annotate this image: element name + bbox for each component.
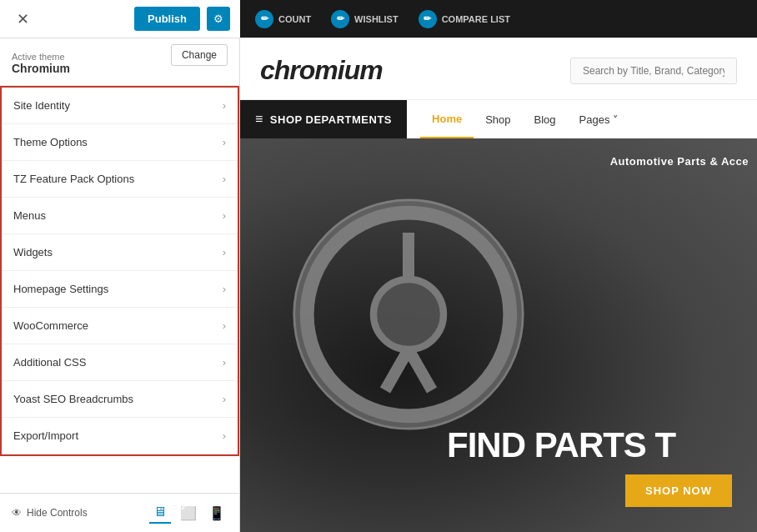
site-logo: chromium (260, 55, 383, 86)
gear-button[interactable]: ⚙ (207, 7, 230, 31)
svg-point-1 (373, 279, 444, 349)
site-search-input[interactable] (570, 58, 737, 84)
tab-wishlist-label: WISHLIST (354, 14, 399, 24)
active-theme-name: Chromium (12, 62, 70, 75)
device-icons: 🖥 ⬜ 📱 (149, 502, 228, 524)
site-header: chromium (240, 38, 757, 99)
nav-link-home[interactable]: Home (420, 101, 474, 138)
svg-line-3 (385, 349, 409, 390)
top-bar-right: ✏ COUNT ✏ WISHLIST ✏ COMPARE LIST (240, 0, 757, 38)
tablet-icon[interactable]: ⬜ (178, 502, 199, 524)
hamburger-icon: ≡ (255, 112, 263, 127)
menu-item-menus-label: Menus (13, 209, 46, 222)
chevron-icon-widgets: › (223, 246, 226, 258)
active-theme-info: Active theme Chromium (12, 52, 70, 75)
tab-compare[interactable]: ✏ COMPARE LIST (410, 0, 519, 38)
chevron-icon-tz-feature-pack: › (223, 173, 226, 185)
hero-section: Automotive Parts & Acce FIND PARTS T SHO… (240, 138, 757, 532)
active-theme-label: Active theme (12, 52, 70, 62)
chevron-icon-site-identity: › (223, 99, 226, 112)
hide-controls-button[interactable]: 👁 Hide Controls (12, 507, 88, 519)
menu-section: Site Identity › Theme Options › TZ Featu… (0, 86, 239, 456)
menu-item-yoast-seo-label: Yoast SEO Breadcrumbs (13, 393, 133, 405)
svg-line-4 (409, 349, 432, 390)
menu-item-site-identity[interactable]: Site Identity › (2, 88, 238, 124)
menu-item-theme-options-label: Theme Options (13, 136, 88, 148)
menu-item-yoast-seo[interactable]: Yoast SEO Breadcrumbs › (2, 381, 238, 418)
chevron-icon-woocommerce: › (223, 319, 226, 332)
top-bar-left: ✕ Publish ⚙ (0, 7, 240, 32)
shop-departments-button[interactable]: ≡ SHOP DEPARTMENTS (240, 100, 407, 138)
hide-controls-label: Hide Controls (27, 507, 88, 519)
nav-links: Home Shop Blog Pages ˅ (407, 101, 644, 138)
menu-item-tz-feature-pack-label: TZ Feature Pack Options (13, 173, 134, 185)
menu-item-export-import[interactable]: Export/Import › (2, 418, 238, 454)
menu-item-menus[interactable]: Menus › (2, 198, 238, 234)
edit-icon-compare: ✏ (419, 10, 437, 28)
mobile-icon[interactable]: 📱 (206, 502, 228, 524)
site-preview: chromium ≡ SHOP DEPARTMENTS Home Shop Bl… (240, 38, 757, 532)
desktop-icon[interactable]: 🖥 (149, 502, 171, 524)
edit-icon-count: ✏ (255, 10, 273, 28)
tab-count[interactable]: ✏ COUNT (247, 0, 319, 38)
main-content: Active theme Chromium Change Site Identi… (0, 38, 757, 532)
nav-link-blog[interactable]: Blog (523, 102, 568, 138)
menu-item-additional-css-label: Additional CSS (13, 356, 86, 369)
menu-item-widgets-label: Widgets (13, 246, 53, 258)
departments-label: SHOP DEPARTMENTS (270, 113, 392, 126)
eye-icon: 👁 (12, 507, 22, 519)
close-button[interactable]: ✕ (10, 7, 36, 32)
menu-item-widgets[interactable]: Widgets › (2, 234, 238, 271)
nav-link-shop[interactable]: Shop (474, 102, 522, 138)
chevron-icon-yoast-seo: › (223, 393, 226, 405)
tab-count-label: COUNT (278, 14, 311, 24)
hero-subtitle: Automotive Parts & Acce (610, 155, 749, 168)
sidebar-scroll: Active theme Chromium Change Site Identi… (0, 38, 239, 493)
menu-item-additional-css[interactable]: Additional CSS › (2, 344, 238, 381)
chevron-icon-homepage-settings: › (223, 283, 226, 295)
edit-icon-wishlist: ✏ (331, 10, 349, 28)
chevron-icon-menus: › (223, 209, 226, 222)
chevron-icon-export-import: › (223, 429, 226, 442)
menu-item-homepage-settings-label: Homepage Settings (13, 283, 108, 295)
tab-compare-label: COMPARE LIST (442, 14, 510, 24)
menu-item-woocommerce-label: WooCommerce (13, 319, 88, 332)
sidebar-header: Active theme Chromium Change (0, 38, 239, 86)
menu-item-theme-options[interactable]: Theme Options › (2, 124, 238, 161)
menu-item-tz-feature-pack[interactable]: TZ Feature Pack Options › (2, 161, 238, 198)
change-theme-button[interactable]: Change (171, 44, 228, 66)
publish-button[interactable]: Publish (134, 7, 200, 31)
menu-item-homepage-settings[interactable]: Homepage Settings › (2, 271, 238, 308)
sidebar-bottom: 👁 Hide Controls 🖥 ⬜ 📱 (0, 493, 239, 532)
steering-wheel-image (292, 198, 525, 431)
preview-area: chromium ≡ SHOP DEPARTMENTS Home Shop Bl… (240, 38, 757, 532)
menu-item-woocommerce[interactable]: WooCommerce › (2, 308, 238, 344)
nav-bar: ≡ SHOP DEPARTMENTS Home Shop Blog Pages … (240, 99, 757, 138)
sidebar: Active theme Chromium Change Site Identi… (0, 38, 240, 532)
nav-link-pages[interactable]: Pages ˅ (568, 102, 630, 138)
chevron-icon-theme-options: › (223, 136, 226, 148)
menu-item-export-import-label: Export/Import (13, 429, 78, 442)
top-bar: ✕ Publish ⚙ ✏ COUNT ✏ WISHLIST ✏ COMPARE… (0, 0, 757, 38)
shop-now-button[interactable]: SHOP NOW (625, 474, 732, 507)
menu-item-site-identity-label: Site Identity (13, 99, 70, 112)
tab-wishlist[interactable]: ✏ WISHLIST (323, 0, 407, 38)
chevron-icon-additional-css: › (223, 356, 226, 369)
hero-main-title: FIND PARTS T (447, 425, 675, 465)
sidebar-header-row: Active theme Chromium Change (12, 52, 228, 75)
